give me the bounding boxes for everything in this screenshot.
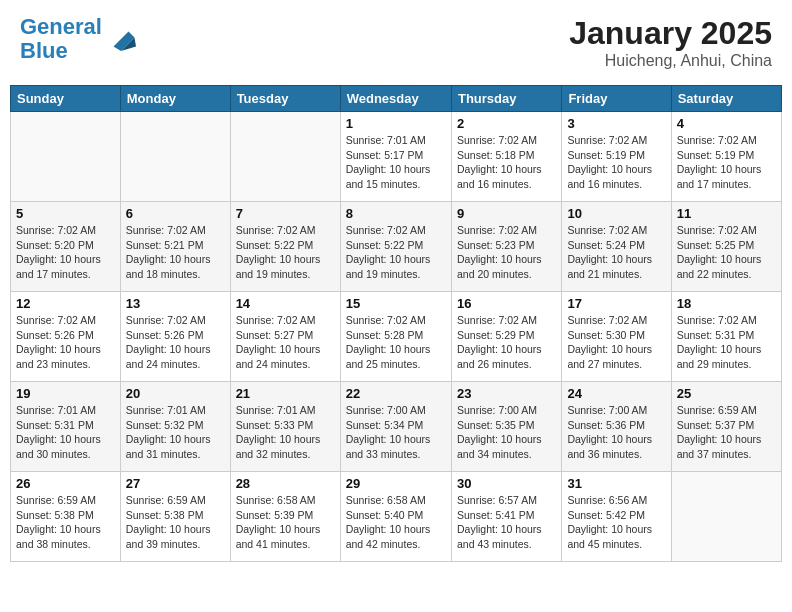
calendar-cell: 28Sunrise: 6:58 AM Sunset: 5:39 PM Dayli… (230, 472, 340, 562)
day-info: Sunrise: 7:00 AM Sunset: 5:36 PM Dayligh… (567, 403, 665, 462)
day-number: 29 (346, 476, 446, 491)
day-number: 23 (457, 386, 556, 401)
logo: GeneralBlue (20, 15, 136, 63)
calendar-cell (120, 112, 230, 202)
day-info: Sunrise: 7:02 AM Sunset: 5:18 PM Dayligh… (457, 133, 556, 192)
day-info: Sunrise: 7:01 AM Sunset: 5:17 PM Dayligh… (346, 133, 446, 192)
day-info: Sunrise: 7:02 AM Sunset: 5:26 PM Dayligh… (126, 313, 225, 372)
day-number: 13 (126, 296, 225, 311)
day-number: 11 (677, 206, 776, 221)
weekday-header-thursday: Thursday (451, 86, 561, 112)
calendar-cell: 18Sunrise: 7:02 AM Sunset: 5:31 PM Dayli… (671, 292, 781, 382)
day-number: 6 (126, 206, 225, 221)
calendar-week-1: 1Sunrise: 7:01 AM Sunset: 5:17 PM Daylig… (11, 112, 782, 202)
day-number: 28 (236, 476, 335, 491)
day-info: Sunrise: 7:02 AM Sunset: 5:27 PM Dayligh… (236, 313, 335, 372)
title-block: January 2025 Huicheng, Anhui, China (569, 15, 772, 70)
day-info: Sunrise: 7:02 AM Sunset: 5:19 PM Dayligh… (567, 133, 665, 192)
day-number: 15 (346, 296, 446, 311)
calendar-cell: 25Sunrise: 6:59 AM Sunset: 5:37 PM Dayli… (671, 382, 781, 472)
calendar-cell: 10Sunrise: 7:02 AM Sunset: 5:24 PM Dayli… (562, 202, 671, 292)
day-number: 12 (16, 296, 115, 311)
calendar-cell: 14Sunrise: 7:02 AM Sunset: 5:27 PM Dayli… (230, 292, 340, 382)
day-info: Sunrise: 7:02 AM Sunset: 5:23 PM Dayligh… (457, 223, 556, 282)
calendar-cell: 4Sunrise: 7:02 AM Sunset: 5:19 PM Daylig… (671, 112, 781, 202)
calendar-cell: 9Sunrise: 7:02 AM Sunset: 5:23 PM Daylig… (451, 202, 561, 292)
calendar-cell: 13Sunrise: 7:02 AM Sunset: 5:26 PM Dayli… (120, 292, 230, 382)
weekday-header-tuesday: Tuesday (230, 86, 340, 112)
day-number: 27 (126, 476, 225, 491)
day-number: 20 (126, 386, 225, 401)
day-number: 3 (567, 116, 665, 131)
day-number: 9 (457, 206, 556, 221)
day-number: 1 (346, 116, 446, 131)
day-info: Sunrise: 7:02 AM Sunset: 5:21 PM Dayligh… (126, 223, 225, 282)
day-number: 18 (677, 296, 776, 311)
day-info: Sunrise: 7:02 AM Sunset: 5:29 PM Dayligh… (457, 313, 556, 372)
calendar-table: SundayMondayTuesdayWednesdayThursdayFrid… (10, 85, 782, 562)
day-info: Sunrise: 6:59 AM Sunset: 5:37 PM Dayligh… (677, 403, 776, 462)
day-info: Sunrise: 7:02 AM Sunset: 5:22 PM Dayligh… (346, 223, 446, 282)
calendar-cell: 12Sunrise: 7:02 AM Sunset: 5:26 PM Dayli… (11, 292, 121, 382)
day-info: Sunrise: 7:02 AM Sunset: 5:30 PM Dayligh… (567, 313, 665, 372)
calendar-cell: 7Sunrise: 7:02 AM Sunset: 5:22 PM Daylig… (230, 202, 340, 292)
day-number: 10 (567, 206, 665, 221)
weekday-header-friday: Friday (562, 86, 671, 112)
calendar-cell: 2Sunrise: 7:02 AM Sunset: 5:18 PM Daylig… (451, 112, 561, 202)
day-info: Sunrise: 7:01 AM Sunset: 5:33 PM Dayligh… (236, 403, 335, 462)
calendar-cell (230, 112, 340, 202)
calendar-cell: 3Sunrise: 7:02 AM Sunset: 5:19 PM Daylig… (562, 112, 671, 202)
weekday-header-saturday: Saturday (671, 86, 781, 112)
calendar-cell: 17Sunrise: 7:02 AM Sunset: 5:30 PM Dayli… (562, 292, 671, 382)
calendar-cell: 27Sunrise: 6:59 AM Sunset: 5:38 PM Dayli… (120, 472, 230, 562)
subtitle: Huicheng, Anhui, China (569, 52, 772, 70)
day-number: 31 (567, 476, 665, 491)
day-number: 26 (16, 476, 115, 491)
day-number: 7 (236, 206, 335, 221)
day-info: Sunrise: 7:02 AM Sunset: 5:24 PM Dayligh… (567, 223, 665, 282)
day-number: 22 (346, 386, 446, 401)
weekday-header-sunday: Sunday (11, 86, 121, 112)
day-info: Sunrise: 7:02 AM Sunset: 5:20 PM Dayligh… (16, 223, 115, 282)
calendar-cell: 23Sunrise: 7:00 AM Sunset: 5:35 PM Dayli… (451, 382, 561, 472)
day-number: 16 (457, 296, 556, 311)
page-header: GeneralBlue January 2025 Huicheng, Anhui… (10, 10, 782, 75)
day-number: 14 (236, 296, 335, 311)
calendar-cell: 5Sunrise: 7:02 AM Sunset: 5:20 PM Daylig… (11, 202, 121, 292)
main-title: January 2025 (569, 15, 772, 52)
day-info: Sunrise: 7:02 AM Sunset: 5:31 PM Dayligh… (677, 313, 776, 372)
calendar-cell: 24Sunrise: 7:00 AM Sunset: 5:36 PM Dayli… (562, 382, 671, 472)
day-number: 25 (677, 386, 776, 401)
calendar-week-3: 12Sunrise: 7:02 AM Sunset: 5:26 PM Dayli… (11, 292, 782, 382)
day-info: Sunrise: 6:59 AM Sunset: 5:38 PM Dayligh… (16, 493, 115, 552)
day-number: 8 (346, 206, 446, 221)
calendar-cell (11, 112, 121, 202)
calendar-cell: 6Sunrise: 7:02 AM Sunset: 5:21 PM Daylig… (120, 202, 230, 292)
calendar-cell: 20Sunrise: 7:01 AM Sunset: 5:32 PM Dayli… (120, 382, 230, 472)
day-number: 21 (236, 386, 335, 401)
day-info: Sunrise: 7:00 AM Sunset: 5:35 PM Dayligh… (457, 403, 556, 462)
calendar-week-5: 26Sunrise: 6:59 AM Sunset: 5:38 PM Dayli… (11, 472, 782, 562)
day-info: Sunrise: 7:01 AM Sunset: 5:32 PM Dayligh… (126, 403, 225, 462)
calendar-cell: 1Sunrise: 7:01 AM Sunset: 5:17 PM Daylig… (340, 112, 451, 202)
day-number: 4 (677, 116, 776, 131)
day-number: 17 (567, 296, 665, 311)
calendar-cell: 11Sunrise: 7:02 AM Sunset: 5:25 PM Dayli… (671, 202, 781, 292)
day-info: Sunrise: 7:01 AM Sunset: 5:31 PM Dayligh… (16, 403, 115, 462)
weekday-header-row: SundayMondayTuesdayWednesdayThursdayFrid… (11, 86, 782, 112)
weekday-header-wednesday: Wednesday (340, 86, 451, 112)
calendar-cell: 16Sunrise: 7:02 AM Sunset: 5:29 PM Dayli… (451, 292, 561, 382)
day-number: 2 (457, 116, 556, 131)
weekday-header-monday: Monday (120, 86, 230, 112)
day-number: 19 (16, 386, 115, 401)
day-number: 24 (567, 386, 665, 401)
day-info: Sunrise: 6:58 AM Sunset: 5:40 PM Dayligh… (346, 493, 446, 552)
calendar-cell: 26Sunrise: 6:59 AM Sunset: 5:38 PM Dayli… (11, 472, 121, 562)
day-info: Sunrise: 7:02 AM Sunset: 5:28 PM Dayligh… (346, 313, 446, 372)
calendar-week-4: 19Sunrise: 7:01 AM Sunset: 5:31 PM Dayli… (11, 382, 782, 472)
logo-icon (106, 24, 136, 54)
calendar-week-2: 5Sunrise: 7:02 AM Sunset: 5:20 PM Daylig… (11, 202, 782, 292)
calendar-cell: 19Sunrise: 7:01 AM Sunset: 5:31 PM Dayli… (11, 382, 121, 472)
day-info: Sunrise: 7:02 AM Sunset: 5:19 PM Dayligh… (677, 133, 776, 192)
day-info: Sunrise: 7:02 AM Sunset: 5:22 PM Dayligh… (236, 223, 335, 282)
